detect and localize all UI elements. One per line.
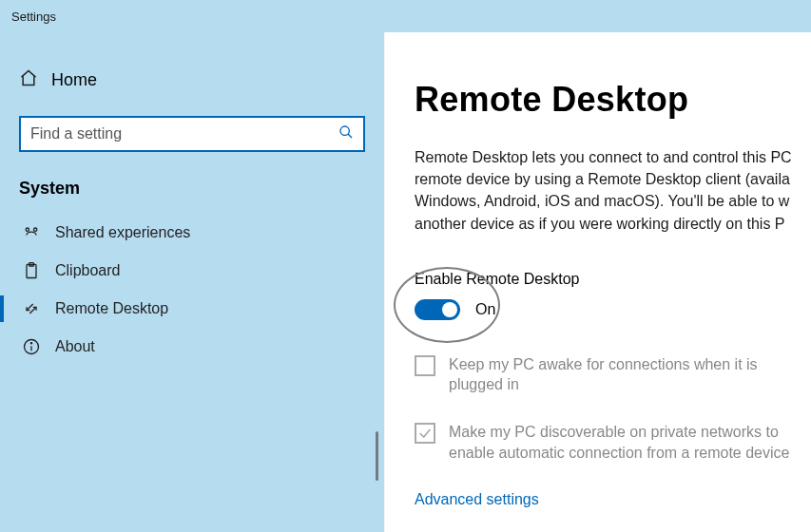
window-title: Settings [11,10,56,24]
svg-point-8 [30,343,31,344]
enable-remote-desktop-label: Enable Remote Desktop [415,271,811,288]
sidebar-item-clipboard[interactable]: Clipboard [19,252,365,290]
remote-desktop-icon [21,299,42,318]
sidebar-scrollbar-thumb[interactable] [376,431,378,481]
enable-remote-desktop-toggle-row: On [415,299,811,320]
info-icon [21,337,42,356]
option-keep-awake-label: Keep my PC awake for connections when it… [449,354,810,395]
sidebar: Home System Share [0,32,384,532]
option-keep-awake[interactable]: Keep my PC awake for connections when it… [415,354,811,395]
svg-line-1 [348,134,352,138]
checkbox-checked[interactable] [415,423,435,444]
option-discoverable-label: Make my PC discoverable on private netwo… [449,422,810,463]
shared-experiences-icon [21,223,42,242]
search-icon [338,124,354,143]
home-nav-item[interactable]: Home [19,68,365,91]
home-icon [19,68,38,91]
option-discoverable[interactable]: Make my PC discoverable on private netwo… [415,422,811,463]
sidebar-item-about[interactable]: About [19,328,365,366]
sidebar-nav: Shared experiences Clipboard [19,214,365,366]
home-label: Home [51,70,97,90]
sidebar-item-label: Clipboard [55,262,120,279]
search-input-wrapper[interactable] [19,116,365,152]
clipboard-icon [21,261,42,280]
sidebar-item-label: About [55,338,95,355]
toggle-state-text: On [475,301,495,318]
sidebar-item-label: Remote Desktop [55,300,168,317]
sidebar-item-label: Shared experiences [55,224,190,241]
page-description: Remote Desktop lets you connect to and c… [415,146,811,235]
svg-point-2 [26,228,29,231]
svg-point-3 [34,228,37,231]
advanced-settings-link[interactable]: Advanced settings [415,491,811,508]
sidebar-item-remote-desktop[interactable]: Remote Desktop [19,290,365,328]
enable-remote-desktop-toggle[interactable] [415,299,460,320]
window-titlebar: Settings [0,0,811,32]
pane-divider [384,32,385,532]
main-content: Remote Desktop Remote Desktop lets you c… [384,32,811,532]
checkbox-unchecked[interactable] [415,355,435,376]
svg-point-0 [340,126,349,135]
page-title: Remote Desktop [415,80,811,120]
sidebar-group-heading: System [19,179,365,199]
sidebar-item-shared-experiences[interactable]: Shared experiences [19,214,365,252]
search-input[interactable] [30,125,338,142]
